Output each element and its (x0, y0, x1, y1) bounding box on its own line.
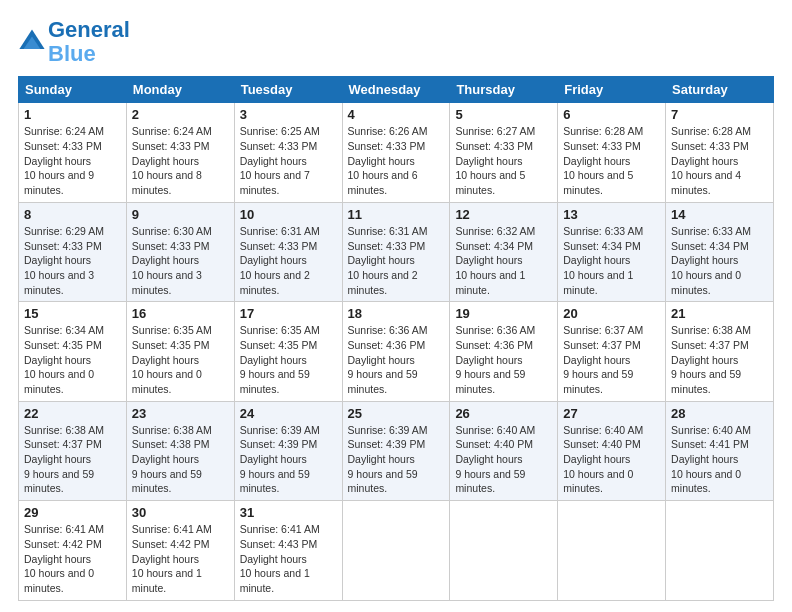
calendar-day-cell: 3 Sunrise: 6:25 AM Sunset: 4:33 PM Dayli… (234, 103, 342, 202)
calendar-day-cell: 14 Sunrise: 6:33 AM Sunset: 4:34 PM Dayl… (666, 202, 774, 301)
day-number: 21 (671, 306, 768, 321)
day-number: 29 (24, 505, 121, 520)
day-info: Sunrise: 6:28 AM Sunset: 4:33 PM Dayligh… (563, 124, 660, 197)
day-info: Sunrise: 6:41 AM Sunset: 4:42 PM Dayligh… (132, 522, 229, 595)
day-info: Sunrise: 6:40 AM Sunset: 4:40 PM Dayligh… (455, 423, 552, 496)
day-number: 12 (455, 207, 552, 222)
calendar-day-cell: 31 Sunrise: 6:41 AM Sunset: 4:43 PM Dayl… (234, 501, 342, 600)
calendar-day-cell: 15 Sunrise: 6:34 AM Sunset: 4:35 PM Dayl… (19, 302, 127, 401)
day-number: 15 (24, 306, 121, 321)
day-info: Sunrise: 6:36 AM Sunset: 4:36 PM Dayligh… (348, 323, 445, 396)
day-number: 17 (240, 306, 337, 321)
calendar-day-cell: 29 Sunrise: 6:41 AM Sunset: 4:42 PM Dayl… (19, 501, 127, 600)
day-number: 25 (348, 406, 445, 421)
empty-cell (342, 501, 450, 600)
calendar-day-cell: 8 Sunrise: 6:29 AM Sunset: 4:33 PM Dayli… (19, 202, 127, 301)
calendar-day-cell: 23 Sunrise: 6:38 AM Sunset: 4:38 PM Dayl… (126, 401, 234, 500)
day-number: 4 (348, 107, 445, 122)
weekday-header-wednesday: Wednesday (342, 77, 450, 103)
day-info: Sunrise: 6:38 AM Sunset: 4:37 PM Dayligh… (24, 423, 121, 496)
calendar-day-cell: 24 Sunrise: 6:39 AM Sunset: 4:39 PM Dayl… (234, 401, 342, 500)
header: GeneralBlue (18, 18, 774, 66)
calendar-day-cell: 26 Sunrise: 6:40 AM Sunset: 4:40 PM Dayl… (450, 401, 558, 500)
calendar-day-cell: 6 Sunrise: 6:28 AM Sunset: 4:33 PM Dayli… (558, 103, 666, 202)
day-number: 7 (671, 107, 768, 122)
calendar-day-cell: 1 Sunrise: 6:24 AM Sunset: 4:33 PM Dayli… (19, 103, 127, 202)
calendar-day-cell: 4 Sunrise: 6:26 AM Sunset: 4:33 PM Dayli… (342, 103, 450, 202)
day-number: 22 (24, 406, 121, 421)
day-number: 24 (240, 406, 337, 421)
day-number: 10 (240, 207, 337, 222)
day-info: Sunrise: 6:31 AM Sunset: 4:33 PM Dayligh… (240, 224, 337, 297)
calendar-day-cell: 12 Sunrise: 6:32 AM Sunset: 4:34 PM Dayl… (450, 202, 558, 301)
page: GeneralBlue SundayMondayTuesdayWednesday… (0, 0, 792, 612)
day-info: Sunrise: 6:29 AM Sunset: 4:33 PM Dayligh… (24, 224, 121, 297)
day-info: Sunrise: 6:28 AM Sunset: 4:33 PM Dayligh… (671, 124, 768, 197)
day-info: Sunrise: 6:38 AM Sunset: 4:37 PM Dayligh… (671, 323, 768, 396)
day-number: 31 (240, 505, 337, 520)
calendar-day-cell: 30 Sunrise: 6:41 AM Sunset: 4:42 PM Dayl… (126, 501, 234, 600)
empty-cell (450, 501, 558, 600)
day-info: Sunrise: 6:34 AM Sunset: 4:35 PM Dayligh… (24, 323, 121, 396)
calendar-day-cell: 20 Sunrise: 6:37 AM Sunset: 4:37 PM Dayl… (558, 302, 666, 401)
calendar-day-cell: 2 Sunrise: 6:24 AM Sunset: 4:33 PM Dayli… (126, 103, 234, 202)
weekday-header-sunday: Sunday (19, 77, 127, 103)
day-number: 6 (563, 107, 660, 122)
calendar-week-row: 1 Sunrise: 6:24 AM Sunset: 4:33 PM Dayli… (19, 103, 774, 202)
day-number: 16 (132, 306, 229, 321)
calendar-week-row: 22 Sunrise: 6:38 AM Sunset: 4:37 PM Dayl… (19, 401, 774, 500)
logo: GeneralBlue (18, 18, 130, 66)
day-number: 28 (671, 406, 768, 421)
day-number: 27 (563, 406, 660, 421)
logo-icon (18, 28, 46, 56)
day-number: 14 (671, 207, 768, 222)
weekday-header-thursday: Thursday (450, 77, 558, 103)
calendar-day-cell: 19 Sunrise: 6:36 AM Sunset: 4:36 PM Dayl… (450, 302, 558, 401)
day-info: Sunrise: 6:32 AM Sunset: 4:34 PM Dayligh… (455, 224, 552, 297)
calendar-week-row: 8 Sunrise: 6:29 AM Sunset: 4:33 PM Dayli… (19, 202, 774, 301)
day-info: Sunrise: 6:31 AM Sunset: 4:33 PM Dayligh… (348, 224, 445, 297)
calendar-day-cell: 5 Sunrise: 6:27 AM Sunset: 4:33 PM Dayli… (450, 103, 558, 202)
day-info: Sunrise: 6:39 AM Sunset: 4:39 PM Dayligh… (348, 423, 445, 496)
weekday-header-monday: Monday (126, 77, 234, 103)
day-number: 2 (132, 107, 229, 122)
calendar-day-cell: 18 Sunrise: 6:36 AM Sunset: 4:36 PM Dayl… (342, 302, 450, 401)
day-number: 20 (563, 306, 660, 321)
calendar-day-cell: 16 Sunrise: 6:35 AM Sunset: 4:35 PM Dayl… (126, 302, 234, 401)
day-number: 1 (24, 107, 121, 122)
calendar-day-cell: 10 Sunrise: 6:31 AM Sunset: 4:33 PM Dayl… (234, 202, 342, 301)
day-number: 30 (132, 505, 229, 520)
weekday-header-tuesday: Tuesday (234, 77, 342, 103)
calendar-header-row: SundayMondayTuesdayWednesdayThursdayFrid… (19, 77, 774, 103)
day-info: Sunrise: 6:35 AM Sunset: 4:35 PM Dayligh… (132, 323, 229, 396)
day-number: 5 (455, 107, 552, 122)
calendar-day-cell: 27 Sunrise: 6:40 AM Sunset: 4:40 PM Dayl… (558, 401, 666, 500)
day-info: Sunrise: 6:33 AM Sunset: 4:34 PM Dayligh… (563, 224, 660, 297)
day-number: 9 (132, 207, 229, 222)
day-info: Sunrise: 6:41 AM Sunset: 4:43 PM Dayligh… (240, 522, 337, 595)
day-info: Sunrise: 6:38 AM Sunset: 4:38 PM Dayligh… (132, 423, 229, 496)
calendar-day-cell: 7 Sunrise: 6:28 AM Sunset: 4:33 PM Dayli… (666, 103, 774, 202)
calendar-week-row: 15 Sunrise: 6:34 AM Sunset: 4:35 PM Dayl… (19, 302, 774, 401)
day-info: Sunrise: 6:25 AM Sunset: 4:33 PM Dayligh… (240, 124, 337, 197)
day-info: Sunrise: 6:24 AM Sunset: 4:33 PM Dayligh… (132, 124, 229, 197)
day-number: 8 (24, 207, 121, 222)
day-info: Sunrise: 6:26 AM Sunset: 4:33 PM Dayligh… (348, 124, 445, 197)
day-info: Sunrise: 6:33 AM Sunset: 4:34 PM Dayligh… (671, 224, 768, 297)
day-info: Sunrise: 6:24 AM Sunset: 4:33 PM Dayligh… (24, 124, 121, 197)
day-number: 3 (240, 107, 337, 122)
day-number: 26 (455, 406, 552, 421)
calendar-week-row: 29 Sunrise: 6:41 AM Sunset: 4:42 PM Dayl… (19, 501, 774, 600)
day-number: 19 (455, 306, 552, 321)
empty-cell (558, 501, 666, 600)
day-info: Sunrise: 6:27 AM Sunset: 4:33 PM Dayligh… (455, 124, 552, 197)
calendar: SundayMondayTuesdayWednesdayThursdayFrid… (18, 76, 774, 600)
day-info: Sunrise: 6:35 AM Sunset: 4:35 PM Dayligh… (240, 323, 337, 396)
day-info: Sunrise: 6:40 AM Sunset: 4:41 PM Dayligh… (671, 423, 768, 496)
calendar-day-cell: 9 Sunrise: 6:30 AM Sunset: 4:33 PM Dayli… (126, 202, 234, 301)
calendar-day-cell: 25 Sunrise: 6:39 AM Sunset: 4:39 PM Dayl… (342, 401, 450, 500)
calendar-day-cell: 13 Sunrise: 6:33 AM Sunset: 4:34 PM Dayl… (558, 202, 666, 301)
day-info: Sunrise: 6:37 AM Sunset: 4:37 PM Dayligh… (563, 323, 660, 396)
empty-cell (666, 501, 774, 600)
calendar-day-cell: 28 Sunrise: 6:40 AM Sunset: 4:41 PM Dayl… (666, 401, 774, 500)
